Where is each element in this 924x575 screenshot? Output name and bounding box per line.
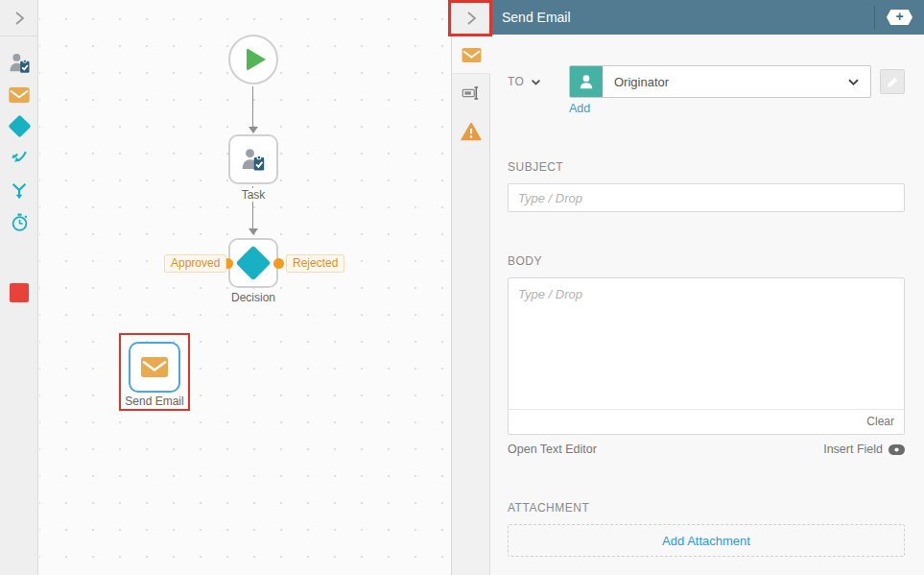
decision-node-label: Decision <box>224 291 283 304</box>
palette-collapse-button[interactable] <box>0 0 37 36</box>
palette-email-tool[interactable] <box>0 83 38 108</box>
add-attachment-button[interactable]: Add Attachment <box>508 524 905 557</box>
palette-decision-tool[interactable] <box>0 113 38 138</box>
send-email-node-label: Send Email <box>122 395 187 408</box>
pencil-icon <box>886 75 900 89</box>
attachment-section: ATTACHMENT Add Attachment <box>508 501 905 557</box>
palette-merge-tool[interactable] <box>0 146 38 171</box>
subject-input[interactable] <box>508 183 905 212</box>
envelope-icon <box>462 48 482 62</box>
palette-timer-tool[interactable] <box>0 209 38 234</box>
panel-title: Send Email <box>502 10 874 25</box>
arrowhead <box>249 127 258 133</box>
merge-arrows-icon <box>9 148 30 169</box>
insert-field-link[interactable]: Insert Field <box>823 443 905 456</box>
split-arrows-icon <box>9 180 30 202</box>
person-icon <box>577 72 596 91</box>
rename-icon <box>461 83 482 104</box>
config-panel: Send Email + TO <box>451 0 924 575</box>
body-editor: Clear <box>508 277 905 435</box>
palette-end-tool[interactable] <box>0 280 38 305</box>
panel-tabstrip <box>452 0 490 575</box>
body-links-row: Open Text Editor Insert Field <box>508 443 905 456</box>
end-stop-icon <box>10 283 29 302</box>
branch-label-rejected[interactable]: Rejected <box>286 254 344 273</box>
insert-field-icon <box>888 444 905 455</box>
tab-warnings[interactable] <box>452 112 489 151</box>
decision-diamond-icon <box>236 246 272 281</box>
decision-diamond-icon <box>8 114 31 137</box>
start-node[interactable] <box>228 35 278 84</box>
panel-header: Send Email + <box>490 0 924 35</box>
edit-recipient-button[interactable] <box>880 69 905 94</box>
to-field-selector[interactable]: TO <box>508 75 569 88</box>
tab-rename[interactable] <box>452 74 489 112</box>
chevron-right-icon <box>9 8 30 29</box>
chevron-down-icon <box>846 75 861 89</box>
to-selected-value: Originator <box>603 75 846 89</box>
body-footer: Clear <box>509 409 904 434</box>
panel-main: Send Email + TO <box>490 0 924 575</box>
task-node-label: Task <box>228 188 278 202</box>
user-task-icon <box>8 51 32 75</box>
subject-label: SUBJECT <box>508 160 905 174</box>
palette-task-tool[interactable] <box>0 50 38 75</box>
panel-tabs-inactive-area <box>452 74 490 575</box>
tab-email-settings[interactable] <box>452 36 490 74</box>
insert-field-label: Insert Field <box>823 443 883 456</box>
to-add-link[interactable]: Add <box>569 102 590 115</box>
warning-icon <box>461 122 482 141</box>
originator-avatar <box>570 65 603 98</box>
body-label: BODY <box>508 254 905 268</box>
panel-collapse-button[interactable] <box>452 0 490 36</box>
chevron-right-icon <box>461 8 482 29</box>
clear-body-link[interactable]: Clear <box>866 415 894 428</box>
add-step-button[interactable]: + <box>887 10 912 25</box>
envelope-icon <box>141 357 168 377</box>
task-node[interactable] <box>228 134 278 184</box>
envelope-icon <box>9 87 30 103</box>
attachment-label: ATTACHMENT <box>508 501 905 515</box>
chevron-down-icon <box>530 76 542 88</box>
body-input[interactable] <box>509 278 904 409</box>
header-divider <box>874 6 875 29</box>
connector-start-task <box>252 86 253 127</box>
user-task-icon <box>240 146 267 173</box>
to-label: TO <box>508 75 524 88</box>
send-email-node[interactable] <box>129 342 180 393</box>
to-recipient-dropdown[interactable]: Originator <box>569 65 871 98</box>
branch-port-right[interactable] <box>273 258 284 269</box>
open-text-editor-link[interactable]: Open Text Editor <box>508 443 597 456</box>
timer-icon <box>9 211 31 233</box>
subject-section: SUBJECT <box>508 160 905 212</box>
tool-palette <box>0 0 38 575</box>
panel-content: TO Originator <box>490 35 924 575</box>
decision-node[interactable] <box>228 238 278 288</box>
to-row: TO Originator <box>508 65 905 98</box>
arrowhead <box>249 228 258 235</box>
branch-label-approved[interactable]: Approved <box>164 254 226 273</box>
play-icon <box>247 48 266 71</box>
workflow-canvas[interactable]: Task Approved Rejected Decision Send Ema… <box>39 0 451 575</box>
add-attachment-label: Add Attachment <box>662 534 750 548</box>
palette-split-tool[interactable] <box>0 179 38 204</box>
body-section: BODY Clear Open Text Editor Insert Field <box>508 254 905 456</box>
